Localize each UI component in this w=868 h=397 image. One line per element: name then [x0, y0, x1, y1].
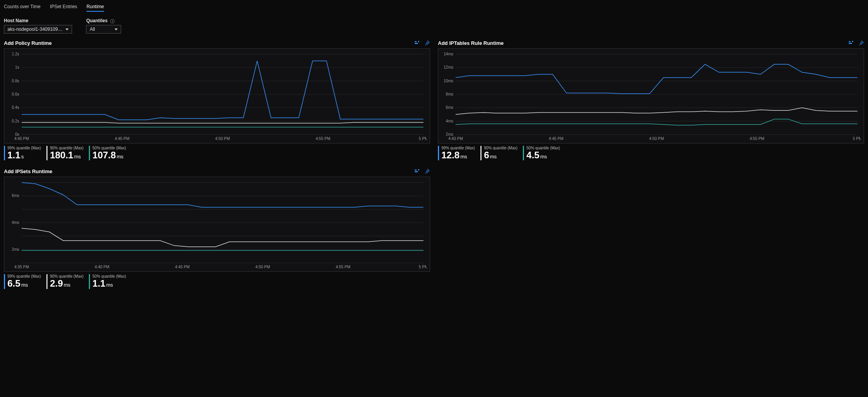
svg-text:4:50 PM: 4:50 PM: [255, 265, 270, 269]
stat-p99: 99% quantile (Max) 6.5ms: [4, 274, 46, 289]
svg-text:4:40 PM: 4:40 PM: [95, 265, 109, 269]
svg-text:4ms: 4ms: [12, 220, 19, 225]
svg-text:2ms: 2ms: [12, 247, 19, 252]
panel-title: Add IPSets Runtime: [4, 168, 52, 174]
filter-quantiles: Quantiles i All: [86, 18, 121, 34]
svg-text:4:45 PM: 4:45 PM: [549, 136, 563, 141]
stat-p99: 99% quantile (Max) 12.8ms: [438, 146, 480, 160]
svg-text:4:55 PM: 4:55 PM: [750, 136, 764, 141]
quantiles-select[interactable]: All: [86, 25, 121, 34]
stats-row: 99% quantile (Max) 6.5ms 90% quantile (M…: [4, 274, 430, 289]
svg-text:1s: 1s: [15, 65, 19, 69]
chart-add-ipsets[interactable]: 2ms4ms6ms4:35 PM4:40 PM4:45 PM4:50 PM4:5…: [4, 177, 430, 272]
stat-p90: 90% quantile (Max) 180.1ms: [46, 146, 89, 160]
log-analytics-icon[interactable]: [414, 40, 420, 46]
svg-text:8ms: 8ms: [446, 92, 453, 96]
svg-point-46: [418, 169, 420, 171]
stat-p90: 90% quantile (Max) 2.9ms: [46, 274, 89, 289]
svg-text:10ms: 10ms: [444, 79, 453, 83]
svg-text:4:35 PM: 4:35 PM: [14, 265, 29, 269]
chart-add-policy[interactable]: 0s0.2s0.4s0.6s0.8s1s1.2s4:40 PM4:45 PM4:…: [4, 48, 430, 144]
chart-grid: Add Policy Runtime 0s0.2s0.4s0.6s0.8s1s1…: [4, 40, 864, 289]
panel-title: Add Policy Runtime: [4, 40, 52, 46]
svg-text:5 PM: 5 PM: [853, 136, 861, 141]
stat-p99: 99% quantile (Max) 1.1s: [4, 146, 46, 160]
filter-host: Host Name aks-nodepool1-3409109…: [4, 18, 72, 34]
stats-row: 99% quantile (Max) 12.8ms 90% quantile (…: [438, 146, 864, 160]
tab-bar: Counts over Time IPSet Entries Runtime: [4, 2, 864, 15]
filter-row: Host Name aks-nodepool1-3409109… Quantil…: [4, 18, 864, 34]
svg-text:4:50 PM: 4:50 PM: [215, 136, 230, 141]
stat-p50: 50% quantile (Max) 107.8ms: [89, 146, 131, 160]
svg-text:4:55 PM: 4:55 PM: [336, 265, 351, 269]
svg-text:4:40 PM: 4:40 PM: [448, 136, 463, 141]
pin-icon[interactable]: [424, 168, 430, 174]
svg-text:0.6s: 0.6s: [12, 92, 19, 96]
svg-rect-0: [415, 41, 416, 43]
svg-text:4:40 PM: 4:40 PM: [14, 136, 29, 141]
host-label: Host Name: [4, 18, 72, 23]
log-analytics-icon[interactable]: [848, 40, 854, 46]
svg-text:12ms: 12ms: [444, 65, 453, 69]
svg-text:4:55 PM: 4:55 PM: [316, 136, 330, 141]
svg-text:4ms: 4ms: [446, 119, 453, 123]
svg-rect-45: [415, 171, 418, 172]
stat-p50: 50% quantile (Max) 1.1ms: [89, 274, 131, 289]
svg-text:4:50 PM: 4:50 PM: [649, 136, 664, 141]
svg-text:2ms: 2ms: [446, 132, 453, 136]
tab-counts-over-time[interactable]: Counts over Time: [4, 4, 41, 12]
svg-point-24: [852, 41, 854, 43]
info-icon[interactable]: i: [110, 19, 115, 23]
svg-text:0.8s: 0.8s: [12, 79, 19, 83]
tab-ipset-entries[interactable]: IPSet Entries: [50, 4, 77, 12]
svg-text:4:45 PM: 4:45 PM: [175, 265, 190, 269]
panel-add-policy: Add Policy Runtime 0s0.2s0.4s0.6s0.8s1s1…: [4, 40, 430, 160]
pin-icon[interactable]: [858, 40, 864, 46]
svg-rect-1: [415, 43, 418, 44]
svg-text:1.2s: 1.2s: [12, 52, 19, 56]
svg-text:5 PM: 5 PM: [419, 265, 427, 269]
svg-text:4:45 PM: 4:45 PM: [115, 136, 129, 141]
svg-rect-44: [415, 170, 416, 171]
svg-rect-22: [849, 41, 850, 43]
host-select[interactable]: aks-nodepool1-3409109…: [4, 25, 72, 34]
stats-row: 99% quantile (Max) 1.1s 90% quantile (Ma…: [4, 146, 430, 160]
svg-text:0.2s: 0.2s: [12, 119, 19, 123]
stat-p90: 90% quantile (Max) 6ms: [480, 146, 523, 160]
quantiles-select-value: All: [90, 27, 95, 32]
panel-title: Add IPTables Rule Runtime: [438, 40, 504, 46]
svg-text:0s: 0s: [15, 132, 19, 136]
quantiles-label: Quantiles i: [86, 18, 121, 23]
chart-add-iptables[interactable]: 2ms4ms6ms8ms10ms12ms14ms4:40 PM4:45 PM4:…: [438, 48, 864, 144]
svg-text:6ms: 6ms: [12, 194, 19, 198]
panel-add-iptables: Add IPTables Rule Runtime 2ms4ms6ms8ms10…: [438, 40, 864, 160]
host-select-value: aks-nodepool1-3409109…: [7, 27, 62, 32]
pin-icon[interactable]: [424, 40, 430, 46]
tab-runtime[interactable]: Runtime: [86, 4, 104, 12]
panel-add-ipsets: Add IPSets Runtime 2ms4ms6ms4:35 PM4:40 …: [4, 168, 430, 289]
svg-text:0.4s: 0.4s: [12, 105, 19, 110]
svg-rect-23: [849, 43, 852, 44]
svg-text:5 PM: 5 PM: [419, 136, 427, 141]
svg-point-2: [418, 41, 420, 43]
stat-p50: 50% quantile (Max) 4.5ms: [523, 146, 565, 160]
log-analytics-icon[interactable]: [414, 168, 420, 174]
svg-text:14ms: 14ms: [444, 52, 453, 56]
svg-text:6ms: 6ms: [446, 105, 453, 110]
